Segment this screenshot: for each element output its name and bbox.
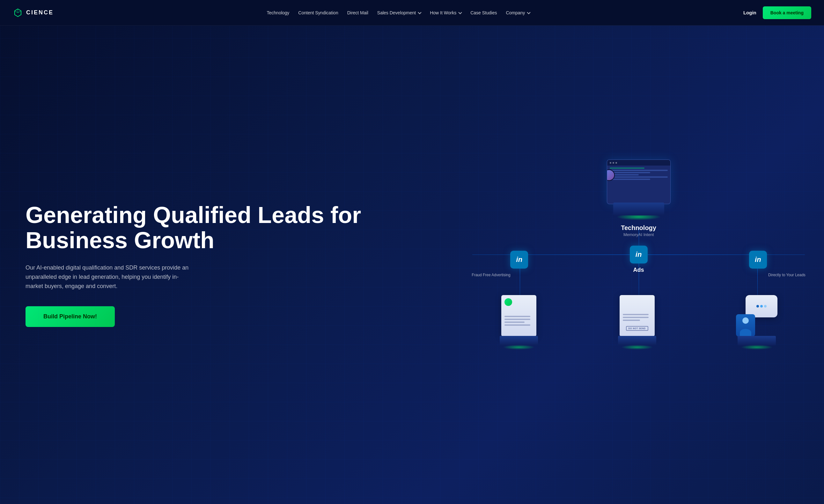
hero-subtitle: Our AI-enabled digital qualification and… [25, 263, 191, 291]
dot-icon [610, 162, 611, 164]
doc-platform-base-2 [618, 336, 656, 352]
doc-cylinder [500, 336, 538, 345]
doc-content-wrapper [500, 295, 538, 352]
hero-right-diagram: Technology MemoryAI Intent in in Ads in … [453, 25, 824, 504]
doc-lines-2 [623, 314, 651, 321]
ads-center-node: in Ads [630, 245, 648, 273]
doc-donotsend-card: DO NOT SEND [620, 295, 655, 336]
book-meeting-button[interactable]: Book a meeting [763, 6, 811, 19]
doc-line-icon [505, 316, 530, 317]
technology-label: Technology [621, 224, 656, 231]
screen-line-icon [610, 170, 668, 171]
navigation: CIENCE Technology Content Syndication Di… [0, 0, 824, 25]
chat-person [736, 314, 755, 336]
linkedin-badge-center: in [630, 245, 648, 264]
login-button[interactable]: Login [743, 10, 756, 15]
nav-sales-development[interactable]: Sales Development [377, 10, 421, 15]
hero-title: Generating Qualified Leads for Business … [25, 203, 434, 253]
sales-dev-chevron-icon [418, 10, 422, 14]
brand-name: CIENCE [26, 9, 54, 16]
company-chevron-icon [527, 10, 531, 14]
doc-line-icon [505, 319, 530, 320]
linkedin-badge-left: in [510, 251, 528, 269]
screen-header [607, 160, 670, 166]
doc-lines [505, 316, 533, 326]
technology-node: Technology MemoryAI Intent [607, 160, 671, 237]
platform-cylinder [613, 203, 664, 215]
chat-dot-icon [756, 305, 759, 307]
doc-glow-icon-2 [621, 345, 653, 349]
nav-right-actions: Login Book a meeting [743, 6, 811, 19]
do-not-send-stamp: DO NOT SEND [626, 326, 648, 331]
diagram: Technology MemoryAI Intent in in Ads in … [453, 153, 824, 376]
technology-sublabel: MemoryAI Intent [623, 232, 654, 237]
cta-button[interactable]: Build Pipeline Now! [25, 306, 115, 327]
directly-to-leads-label: Directly to Your Leads [768, 273, 806, 277]
nav-direct-mail[interactable]: Direct Mail [347, 10, 368, 15]
platform-base [613, 203, 664, 222]
docs-row: DO NOT SEND [453, 295, 824, 352]
person-body-icon [740, 329, 751, 336]
doc-green-icon [505, 298, 512, 306]
doc-chat-wrapper [736, 295, 778, 352]
how-it-works-chevron-icon [458, 10, 462, 14]
hero-section: Generating Qualified Leads for Business … [0, 0, 824, 504]
nav-technology[interactable]: Technology [267, 10, 290, 15]
doc-donotsend-wrapper: DO NOT SEND [618, 295, 656, 352]
screen-line-icon [610, 176, 668, 178]
chat-card [736, 295, 778, 336]
doc-line-icon [505, 321, 525, 323]
ads-label: Ads [633, 267, 644, 273]
doc-cylinder-2 [618, 336, 656, 345]
doc-line-icon [505, 324, 530, 326]
doc-platform-base-3 [738, 336, 776, 352]
doc-glow-icon [503, 345, 535, 349]
doc-glow-icon-3 [741, 345, 772, 349]
dot-icon [615, 162, 617, 164]
hero-left-content: Generating Qualified Leads for Business … [0, 25, 453, 504]
cience-logo-icon [13, 8, 23, 18]
doc-cylinder-3 [738, 336, 776, 345]
nav-content-syndication[interactable]: Content Syndication [298, 10, 338, 15]
dot-icon [613, 162, 614, 164]
nav-case-studies[interactable]: Case Studies [471, 10, 497, 15]
fraud-free-label: Fraud Free Advertising [472, 273, 510, 277]
doc-content-card [501, 295, 536, 336]
doc-platform-base [500, 336, 538, 352]
person-head-icon [742, 317, 749, 324]
ads-row: in in Ads in [453, 245, 824, 273]
screen-line-icon [610, 172, 650, 173]
linkedin-badge-right: in [749, 251, 767, 269]
brand-logo[interactable]: CIENCE [13, 8, 54, 18]
doc-line-icon [623, 320, 640, 321]
nav-company[interactable]: Company [506, 10, 530, 15]
screen-mockup [607, 160, 671, 204]
nav-links: Technology Content Syndication Direct Ma… [267, 10, 530, 16]
doc-line-icon [623, 314, 649, 315]
screen-line-icon [610, 179, 650, 180]
chat-dot-icon [764, 305, 766, 307]
chat-dot-icon [760, 305, 763, 307]
screen-body [607, 166, 670, 182]
nav-how-it-works[interactable]: How It Works [430, 10, 461, 15]
screen-line-icon [610, 168, 644, 169]
doc-line-icon [623, 317, 649, 318]
